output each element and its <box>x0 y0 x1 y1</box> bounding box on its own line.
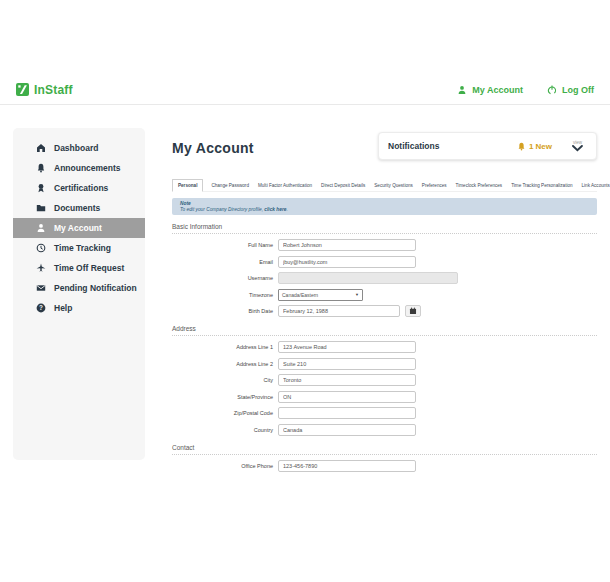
section-contact: ContactOffice Phone <box>172 444 597 472</box>
section-title: Address <box>172 325 597 336</box>
note-banner: Note To edit your Company Directory prof… <box>172 198 597 215</box>
sidebar-item-announcements[interactable]: Announcements <box>13 158 145 178</box>
sidebar-item-label: Help <box>54 303 72 313</box>
field-label: Email <box>172 259 278 265</box>
person-icon <box>457 85 467 95</box>
field-label: Office Phone <box>172 463 278 469</box>
tab-change-password[interactable]: Change Password <box>210 180 250 191</box>
office-phone-input[interactable] <box>278 460 416 472</box>
tab-personal[interactable]: Personal <box>172 179 203 192</box>
tab-multi-factor-authentication[interactable]: Multi Factor Authentication <box>257 180 313 191</box>
tab-direct-deposit-details[interactable]: Direct Deposit Details <box>320 180 366 191</box>
sidebar-item-certifications[interactable]: Certifications <box>13 178 145 198</box>
sidebar: DashboardAnnouncementsCertificationsDocu… <box>13 128 145 460</box>
select-arrow-icon: ▼ <box>355 292 359 297</box>
bell-icon <box>517 142 526 151</box>
sidebar-item-dashboard[interactable]: Dashboard <box>13 138 145 158</box>
form-row-city: City <box>172 374 597 386</box>
field-label: City <box>172 377 278 383</box>
form-row-address-line-1: Address Line 1 <box>172 341 597 353</box>
field-label: Username <box>172 275 278 281</box>
zip-postal-code-input[interactable] <box>278 407 416 419</box>
sidebar-item-help[interactable]: ?Help <box>13 298 145 318</box>
sidebar-item-label: Pending Notification <box>54 283 137 293</box>
selected-value: Canada/Eastern <box>282 292 318 298</box>
field-label: Birth Date <box>172 308 278 314</box>
address-line-1-input[interactable] <box>278 341 416 353</box>
sidebar-item-time-off-request[interactable]: Time Off Request <box>13 258 145 278</box>
bell-icon <box>36 163 46 173</box>
sidebar-item-label: Announcements <box>54 163 121 173</box>
calendar-icon <box>409 307 417 315</box>
address-line-2-input[interactable] <box>278 358 416 370</box>
tab-preferences[interactable]: Preferences <box>421 180 448 191</box>
username-input <box>278 272 458 284</box>
click-here-link[interactable]: click here <box>264 207 286 212</box>
notifications-view-toggle[interactable]: view <box>572 140 583 152</box>
top-navbar: InStaff My Account Log Off <box>0 75 610 105</box>
airplane-icon <box>36 263 46 273</box>
tab-link-accounts[interactable]: Link Accounts <box>581 180 610 191</box>
notifications-count: 1 New <box>529 142 552 151</box>
field-label: Timezone <box>172 292 278 298</box>
notifications-badge: 1 New <box>517 142 552 151</box>
field-label: Zip/Postal Code <box>172 410 278 416</box>
form-row-address-line-2: Address Line 2 <box>172 358 597 370</box>
account-tabs: PersonalChange PasswordMulti Factor Auth… <box>172 179 597 192</box>
state-province-input[interactable] <box>278 391 416 403</box>
brand-logo[interactable]: InStaff <box>16 83 73 97</box>
full-name-input[interactable] <box>278 239 416 251</box>
form-row-zip-postal-code: Zip/Postal Code <box>172 407 597 419</box>
power-icon <box>547 85 557 95</box>
field-label: State/Province <box>172 394 278 400</box>
chevron-down-icon <box>572 145 583 152</box>
envelope-icon <box>36 283 46 293</box>
tab-time-tracking-personalization[interactable]: Time Tracking Personalization <box>510 180 573 191</box>
birth-date-input[interactable] <box>278 305 400 317</box>
sidebar-item-time-tracking[interactable]: Time Tracking <box>13 238 145 258</box>
field-label: Address Line 2 <box>172 361 278 367</box>
sidebar-item-label: Certifications <box>54 183 108 193</box>
section-basic-information: Basic InformationFull NameEmailUsernameT… <box>172 223 597 317</box>
form-row-email: Email <box>172 256 597 268</box>
sidebar-item-label: My Account <box>54 223 102 233</box>
clock-icon <box>36 243 46 253</box>
timezone-select[interactable]: Canada/Eastern▼ <box>278 289 363 301</box>
sidebar-item-pending-notification[interactable]: Pending Notification <box>13 278 145 298</box>
notifications-label: Notifications <box>388 141 517 151</box>
form-row-country: Country <box>172 424 597 436</box>
section-title: Contact <box>172 444 597 455</box>
brand-name: InStaff <box>34 83 73 97</box>
nav-my-account[interactable]: My Account <box>457 85 523 95</box>
section-address: AddressAddress Line 1Address Line 2CityS… <box>172 325 597 436</box>
email-input[interactable] <box>278 256 416 268</box>
form-row-birth-date: Birth Date <box>172 305 597 317</box>
tab-timeclock-preferences[interactable]: Timeclock Preferences <box>455 180 504 191</box>
city-input[interactable] <box>278 374 416 386</box>
field-label: Country <box>172 427 278 433</box>
medal-icon <box>36 183 46 193</box>
instaff-logo-icon <box>16 83 29 96</box>
notifications-dropdown[interactable]: Notifications 1 New view <box>378 132 597 160</box>
sidebar-item-my-account[interactable]: My Account <box>13 218 145 238</box>
nav-log-off[interactable]: Log Off <box>547 85 594 95</box>
folder-icon <box>36 203 46 213</box>
note-text: To edit your Company Directory profile, … <box>180 207 589 212</box>
birth-date-calendar-button[interactable] <box>405 305 421 317</box>
sidebar-item-label: Time Tracking <box>54 243 111 253</box>
person-icon <box>36 223 46 233</box>
sidebar-item-label: Documents <box>54 203 100 213</box>
nav-log-off-label: Log Off <box>562 85 594 95</box>
nav-my-account-label: My Account <box>472 85 523 95</box>
home-icon <box>36 143 46 153</box>
section-title: Basic Information <box>172 223 597 234</box>
note-title: Note <box>180 201 589 206</box>
top-nav-links: My Account Log Off <box>457 85 594 95</box>
form-row-timezone: TimezoneCanada/Eastern▼ <box>172 289 597 301</box>
field-label: Full Name <box>172 242 278 248</box>
app-root: InStaff My Account Log Off DashboardAnno… <box>0 0 610 582</box>
sidebar-item-documents[interactable]: Documents <box>13 198 145 218</box>
tab-security-questions[interactable]: Security Questions <box>373 180 414 191</box>
form-row-office-phone: Office Phone <box>172 460 597 472</box>
country-input[interactable] <box>278 424 416 436</box>
